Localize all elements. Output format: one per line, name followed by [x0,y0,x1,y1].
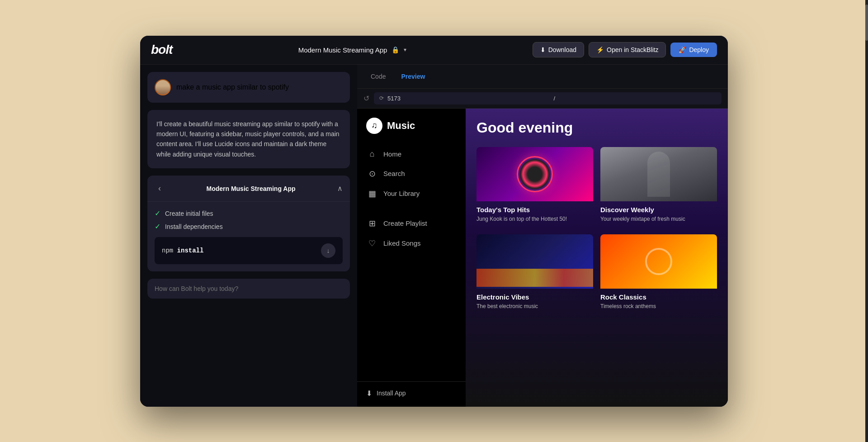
preview-url-slash: / [554,95,717,102]
right-panel: Code Preview ↺ ⟳ 5173 / ♫ [357,65,728,407]
left-panel: make a music app similar to spotify I'll… [140,65,357,407]
project-title: Modern Music Streaming App [298,46,387,54]
music-logo: ♫ Music [357,118,466,145]
home-icon: ⌂ [367,149,377,159]
sidebar-item-home[interactable]: ⌂ Home [361,145,462,163]
card-image-rock [600,234,717,289]
collapse-icon: ∧ [337,184,343,193]
sidebar-item-library[interactable]: ▦ Your Library [361,184,462,203]
tab-code[interactable]: Code [364,70,392,83]
card-subtitle-rock: Timeless rock anthems [600,303,717,310]
task-steps: ✓ Create initial files ✓ Install depende… [147,202,350,271]
app-preview: ♫ Music ⌂ Home ⊙ Search [357,109,728,407]
npm-command-block: npm install ↓ [155,237,343,264]
music-sidebar: ♫ Music ⌂ Home ⊙ Search [357,109,466,407]
nav-divider [361,204,462,213]
deploy-label: Deploy [689,46,709,53]
download-icon: ⬇ [540,46,546,53]
user-message-bubble: make a music app similar to spotify [147,72,350,103]
install-app-item[interactable]: ⬇ Install App [357,381,466,398]
music-nav: ⌂ Home ⊙ Search ▦ Your Library [357,145,466,253]
singer-visual [600,147,717,201]
music-note-icon: ♫ [371,121,377,130]
card-discover-weekly[interactable]: Discover Weekly Your weekly mixtape of f… [600,147,717,228]
chat-input-area[interactable] [147,279,350,299]
card-title-discover: Discover Weekly [600,206,717,214]
bolt-logo: bolt [151,43,172,57]
card-top-hits[interactable]: Today's Top Hits Jung Kook is on top of … [476,147,593,228]
stackblitz-button[interactable]: ⚡ Open in StackBlitz [589,42,666,57]
cards-grid: Today's Top Hits Jung Kook is on top of … [476,147,717,315]
music-logo-text: Music [387,120,415,132]
back-button[interactable]: ‹ [155,182,165,195]
avatar-face [156,80,170,95]
preview-bar: ↺ ⟳ 5173 / [357,89,728,109]
avatar [155,79,171,95]
card-title-rock: Rock Classics [600,293,717,301]
sidebar-library-label: Your Library [383,190,420,197]
plus-icon: ⊞ [367,219,377,228]
card-subtitle-top-hits: Jung Kook is on top of the Hottest 50! [476,215,593,223]
card-image-discover [600,147,717,201]
refresh-icon[interactable]: ↺ [363,94,369,103]
npm-command-text: npm install [162,247,203,254]
dj-turntable [517,156,553,192]
greeting-heading: Good evening [476,119,717,136]
lightning-icon: ⚡ [596,46,604,53]
share-icon: ⟳ [379,95,384,101]
task-header[interactable]: ‹ Modern Music Streaming App ∧ [147,176,350,202]
card-title-top-hits: Today's Top Hits [476,206,593,214]
preview-tabs: Code Preview [357,65,728,89]
check-icon-2: ✓ [155,222,160,231]
npm-run-button[interactable]: ↓ [321,243,335,258]
download-label: Download [548,46,576,53]
deploy-button[interactable]: 🚀 Deploy [670,43,717,57]
task-step-2: ✓ Install dependencies [155,222,343,231]
card-image-electronic [476,234,593,289]
heart-icon: ♡ [367,238,377,248]
topbar-actions: ⬇ Download ⚡ Open in StackBlitz 🚀 Deploy [533,42,717,57]
project-title-area: Modern Music Streaming App 🔒 ▾ [298,46,407,54]
sidebar-liked-songs-label: Liked Songs [383,239,421,247]
card-rock[interactable]: Rock Classics Timeless rock anthems [600,234,717,315]
sidebar-item-create-playlist[interactable]: ⊞ Create Playlist [361,214,462,233]
task-section: ‹ Modern Music Streaming App ∧ ✓ Create … [147,176,350,271]
chat-input[interactable] [155,285,343,292]
sidebar-create-playlist-label: Create Playlist [383,219,427,227]
library-icon: ▦ [367,189,377,199]
preview-url-area: ⟳ 5173 / [374,92,722,105]
sidebar-search-label: Search [383,170,405,177]
card-content-electronic: Electronic Vibes The best electronic mus… [476,289,593,315]
dj-visual [476,147,593,201]
music-main-content: Good evening Today's Top Hits J [466,109,728,407]
music-logo-icon: ♫ [366,118,382,134]
lock-icon: 🔒 [392,46,399,53]
card-subtitle-discover: Your weekly mixtape of fresh music [600,215,717,223]
stackblitz-label: Open in StackBlitz [607,46,658,53]
step-label-1: Create initial files [165,210,213,217]
card-subtitle-electronic: The best electronic music [476,303,593,310]
search-icon: ⊙ [367,169,377,179]
download-button[interactable]: ⬇ Download [533,42,584,57]
check-icon-1: ✓ [155,209,160,218]
sidebar-home-label: Home [383,150,401,158]
install-label: Install App [377,390,406,397]
main-content: make a music app similar to spotify I'll… [140,65,728,407]
card-image-top-hits [476,147,593,201]
sidebar-item-search[interactable]: ⊙ Search [361,164,462,183]
task-title: Modern Music Streaming App [206,185,295,192]
tab-preview[interactable]: Preview [395,70,431,83]
card-content-rock: Rock Classics Timeless rock anthems [600,289,717,315]
topbar: bolt Modern Music Streaming App 🔒 ▾ ⬇ Do… [140,36,728,65]
rocket-icon: 🚀 [679,46,686,53]
user-message-text: make a music app similar to spotify [176,83,289,91]
install-icon: ⬇ [366,389,372,398]
card-electronic[interactable]: Electronic Vibes The best electronic mus… [476,234,593,315]
card-title-electronic: Electronic Vibes [476,293,593,301]
preview-url-count: 5173 [387,95,550,102]
screen-wrapper: bolt Modern Music Streaming App 🔒 ▾ ⬇ Do… [140,36,728,407]
sidebar-item-liked-songs[interactable]: ♡ Liked Songs [361,234,462,253]
card-content-top-hits: Today's Top Hits Jung Kook is on top of … [476,201,593,228]
card-content-discover: Discover Weekly Your weekly mixtape of f… [600,201,717,228]
task-step-1: ✓ Create initial files [155,209,343,218]
